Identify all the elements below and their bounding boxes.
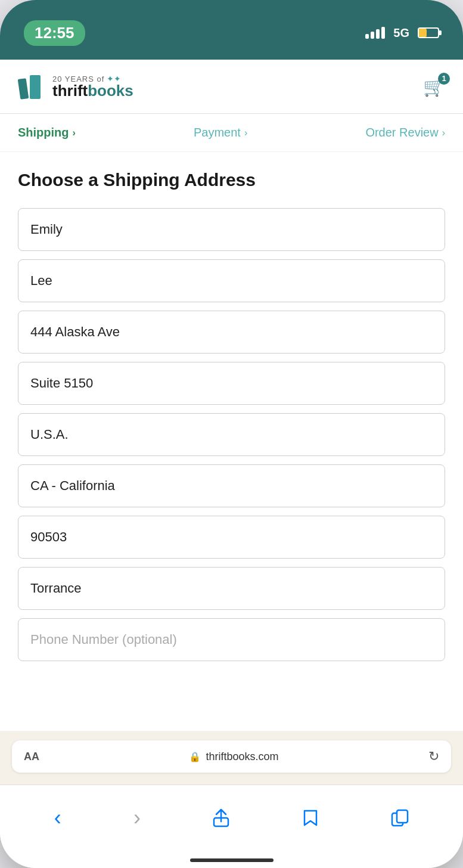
content-area: 20 YEARS of ✦✦ thriftbooks 🛒 1 Shipping … xyxy=(0,60,463,749)
lock-icon: 🔒 xyxy=(189,751,201,762)
logo-text: 20 YEARS of ✦✦ thriftbooks xyxy=(52,75,133,98)
breadcrumb-order-review[interactable]: Order Review › xyxy=(365,126,445,140)
tabs-button[interactable] xyxy=(391,809,409,827)
svg-rect-4 xyxy=(397,810,408,823)
chevron-right-icon: › xyxy=(244,128,247,138)
browser-bar: AA 🔒 thriftbooks.com ↻ xyxy=(0,731,463,785)
chevron-right-icon: › xyxy=(442,128,445,138)
page-title: Choose a Shipping Address xyxy=(18,170,445,190)
last-name-input[interactable] xyxy=(18,259,445,302)
phone-input[interactable] xyxy=(18,618,445,661)
status-time: 12:55 xyxy=(24,20,85,46)
logo: 20 YEARS of ✦✦ thriftbooks xyxy=(18,72,133,101)
reload-button[interactable]: ↻ xyxy=(428,749,439,764)
cart-badge: 1 xyxy=(438,73,450,85)
logo-brand-name: thriftbooks xyxy=(52,83,133,98)
svg-rect-0 xyxy=(18,78,29,100)
logo-books-icon xyxy=(18,72,48,101)
navbar: 20 YEARS of ✦✦ thriftbooks 🛒 1 xyxy=(0,60,463,114)
browser-url-area[interactable]: 🔒 thriftbooks.com xyxy=(189,751,278,763)
browser-url-text: thriftbooks.com xyxy=(206,751,278,763)
bookmarks-button[interactable] xyxy=(302,808,319,827)
forward-button[interactable]: › xyxy=(133,805,141,830)
svg-rect-1 xyxy=(30,75,41,99)
breadcrumb-shipping[interactable]: Shipping › xyxy=(18,126,76,140)
address1-input[interactable] xyxy=(18,311,445,354)
breadcrumb: Shipping › Payment › Order Review › xyxy=(0,114,463,152)
phone-shell: 12:55 5G xyxy=(0,0,463,868)
zip-input[interactable] xyxy=(18,516,445,559)
state-input[interactable] xyxy=(18,464,445,507)
home-indicator xyxy=(190,858,274,862)
signal-bars-icon xyxy=(365,27,385,39)
share-button[interactable] xyxy=(213,808,229,827)
status-right: 5G xyxy=(365,26,439,40)
address2-input[interactable] xyxy=(18,362,445,405)
back-button[interactable]: ‹ xyxy=(54,805,61,830)
page-content: Choose a Shipping Address xyxy=(0,152,463,687)
network-type: 5G xyxy=(393,26,409,40)
battery-fill xyxy=(419,29,427,37)
bottom-nav: ‹ › xyxy=(0,785,463,868)
country-input[interactable] xyxy=(18,413,445,456)
breadcrumb-payment[interactable]: Payment › xyxy=(194,126,247,140)
browser-aa[interactable]: AA xyxy=(24,751,39,763)
cart-button[interactable]: 🛒 1 xyxy=(423,76,445,97)
city-input[interactable] xyxy=(18,567,445,610)
battery-icon xyxy=(418,27,439,38)
chevron-right-icon: › xyxy=(73,128,76,138)
status-bar: 12:55 5G xyxy=(0,0,463,60)
browser-bar-inner: AA 🔒 thriftbooks.com ↻ xyxy=(12,740,451,773)
first-name-input[interactable] xyxy=(18,208,445,251)
